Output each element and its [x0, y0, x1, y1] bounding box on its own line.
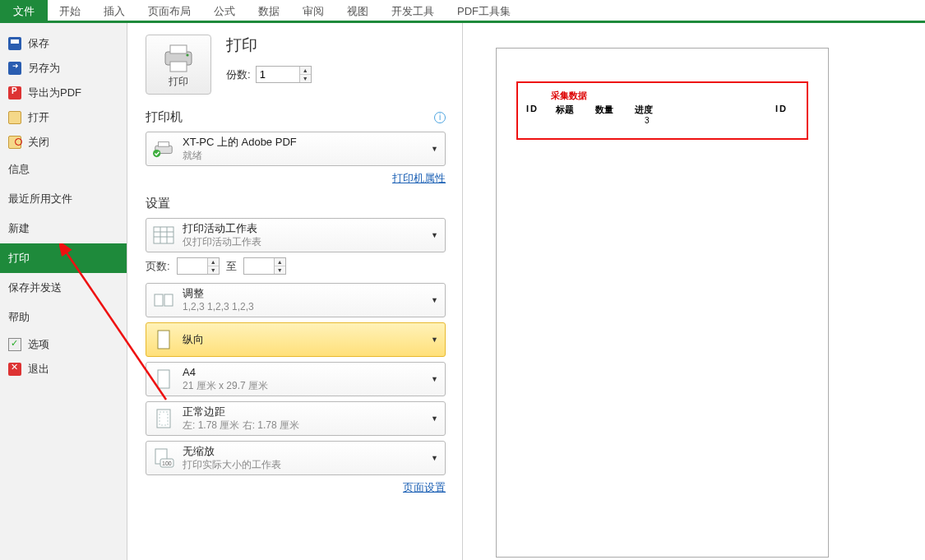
svg-rect-13: [164, 294, 173, 306]
scope-dropdown[interactable]: 打印活动工作表 仅打印活动工作表 ▼: [146, 218, 446, 252]
side-saveas-label: 另存为: [28, 61, 118, 76]
chevron-down-icon: ▼: [431, 296, 438, 304]
preview-title: 采集数据: [551, 90, 798, 102]
tab-view[interactable]: 视图: [335, 0, 380, 21]
margins-sub: 左: 1.78 厘米 右: 1.78 厘米: [183, 419, 423, 432]
svg-rect-1: [170, 45, 187, 53]
side-recent[interactable]: 最近所用文件: [0, 184, 127, 214]
page-to-input[interactable]: [244, 258, 274, 274]
saveas-icon: [8, 62, 21, 75]
page-to-arrows: ▲ ▼: [274, 258, 285, 274]
folder-close-icon: [8, 136, 21, 149]
page-from-arrows: ▲ ▼: [207, 258, 219, 274]
page-from-down[interactable]: ▼: [208, 266, 219, 274]
chevron-down-icon: ▼: [431, 336, 438, 344]
print-button[interactable]: 打印: [146, 35, 211, 95]
side-print[interactable]: 打印: [0, 243, 127, 273]
page-from-input[interactable]: [178, 258, 207, 274]
side-exit-label: 退出: [28, 362, 118, 377]
hdr-prog: 进度: [635, 104, 682, 116]
scope-text: 打印活动工作表 仅打印活动工作表: [183, 222, 423, 248]
chevron-down-icon: ▼: [431, 375, 438, 383]
page-to-spin[interactable]: ▲ ▼: [243, 257, 286, 275]
svg-rect-12: [155, 294, 163, 306]
printer-heading-row: 打印机 i: [146, 109, 446, 125]
collate-dropdown[interactable]: 调整 1,2,3 1,2,3 1,2,3 ▼: [146, 283, 446, 317]
orientation-dropdown[interactable]: 纵向 ▼: [146, 322, 446, 357]
tab-data[interactable]: 数据: [247, 0, 291, 21]
scale-dropdown[interactable]: 100 无缩放 打印实际大小的工作表 ▼: [146, 441, 446, 475]
side-exit[interactable]: 退出: [0, 357, 127, 382]
print-title-col: 打印 份数: ▲ ▼: [226, 35, 312, 83]
side-close[interactable]: 关闭: [0, 130, 127, 155]
preview-value: 3: [645, 116, 650, 125]
print-button-label: 打印: [150, 75, 207, 89]
page-setup-link[interactable]: 页面设置: [403, 481, 446, 493]
paper-main: A4: [183, 366, 423, 379]
side-save[interactable]: 保存: [0, 31, 127, 56]
copies-down[interactable]: ▼: [300, 75, 311, 82]
side-exportpdf[interactable]: 导出为PDF: [0, 81, 127, 105]
pages-row: 页数: ▲ ▼ 至 ▲ ▼: [146, 257, 446, 275]
print-panel: 打印 打印 份数: ▲ ▼ 打印机 i: [127, 23, 463, 560]
tab-review[interactable]: 审阅: [291, 0, 335, 21]
page-from-up[interactable]: ▲: [208, 258, 219, 266]
pdf-icon: [8, 86, 21, 100]
print-preview: 采集数据 ID 标题 数量 进度 ID 3: [463, 23, 925, 560]
side-help[interactable]: 帮助: [0, 303, 127, 332]
side-options[interactable]: 选项: [0, 332, 127, 357]
side-exportpdf-label: 导出为PDF: [28, 86, 118, 100]
printer-text: XT-PC 上的 Adobe PDF 就绪: [183, 136, 423, 161]
preview-row: 3: [526, 116, 798, 125]
tab-pdf[interactable]: PDF工具集: [446, 0, 522, 21]
side-options-label: 选项: [28, 337, 118, 352]
scale-text: 无缩放 打印实际大小的工作表: [183, 445, 423, 470]
svg-rect-7: [154, 227, 173, 243]
tab-formula[interactable]: 公式: [202, 0, 247, 21]
side-saveas[interactable]: 另存为: [0, 56, 127, 81]
tab-layout[interactable]: 页面布局: [136, 0, 202, 21]
paper-text: A4 21 厘米 x 29.7 厘米: [183, 366, 423, 391]
chevron-down-icon: ▼: [431, 414, 438, 423]
paper-icon: [153, 368, 174, 390]
tab-dev[interactable]: 开发工具: [380, 0, 446, 21]
side-sharesend[interactable]: 保存并发送: [0, 273, 127, 303]
page-to-up[interactable]: ▲: [275, 258, 285, 266]
printer-dropdown[interactable]: XT-PC 上的 Adobe PDF 就绪 ▼: [146, 132, 446, 166]
copies-spinbox[interactable]: ▲ ▼: [256, 66, 312, 83]
svg-rect-14: [158, 331, 169, 349]
margins-dropdown[interactable]: 正常边距 左: 1.78 厘米 右: 1.78 厘米 ▼: [146, 401, 446, 436]
printer-device-icon: [153, 139, 174, 159]
exit-icon: [8, 363, 21, 376]
printer-status: 就绪: [183, 150, 423, 162]
printer-name: XT-PC 上的 Adobe PDF: [183, 136, 423, 149]
save-icon: [8, 37, 21, 50]
side-new[interactable]: 新建: [0, 214, 127, 243]
paper-sub: 21 厘米 x 29.7 厘米: [183, 380, 423, 392]
svg-rect-2: [170, 62, 187, 72]
copies-up[interactable]: ▲: [300, 67, 311, 75]
options-icon: [8, 338, 21, 351]
page-setup-row: 页面设置: [146, 480, 446, 495]
hdr-qty: 数量: [595, 104, 635, 116]
page-to-down[interactable]: ▼: [275, 266, 285, 274]
body: 保存 另存为 导出为PDF 打开 关闭 信息 最近所用文件 新建 打印 保存并发…: [0, 23, 925, 560]
paper-dropdown[interactable]: A4 21 厘米 x 29.7 厘米 ▼: [146, 362, 446, 396]
portrait-icon: [153, 329, 174, 350]
side-save-label: 保存: [28, 36, 118, 51]
printer-info-icon[interactable]: i: [434, 112, 446, 123]
copies-label: 份数:: [226, 67, 251, 82]
tab-insert[interactable]: 插入: [92, 0, 136, 21]
printer-properties-link[interactable]: 打印机属性: [392, 172, 446, 184]
scale-main: 无缩放: [183, 445, 423, 458]
tab-home[interactable]: 开始: [48, 0, 92, 21]
side-info[interactable]: 信息: [0, 155, 127, 184]
side-open[interactable]: 打开: [0, 105, 127, 130]
tab-file[interactable]: 文件: [0, 0, 48, 21]
file-sidebar: 保存 另存为 导出为PDF 打开 关闭 信息 最近所用文件 新建 打印 保存并发…: [0, 23, 127, 560]
page-from-spin[interactable]: ▲ ▼: [177, 257, 220, 275]
preview-redbox: 采集数据 ID 标题 数量 进度 ID 3: [516, 81, 808, 140]
hdr-title: 标题: [556, 104, 595, 116]
copies-input[interactable]: [257, 67, 299, 82]
collate-main: 调整: [183, 287, 423, 300]
